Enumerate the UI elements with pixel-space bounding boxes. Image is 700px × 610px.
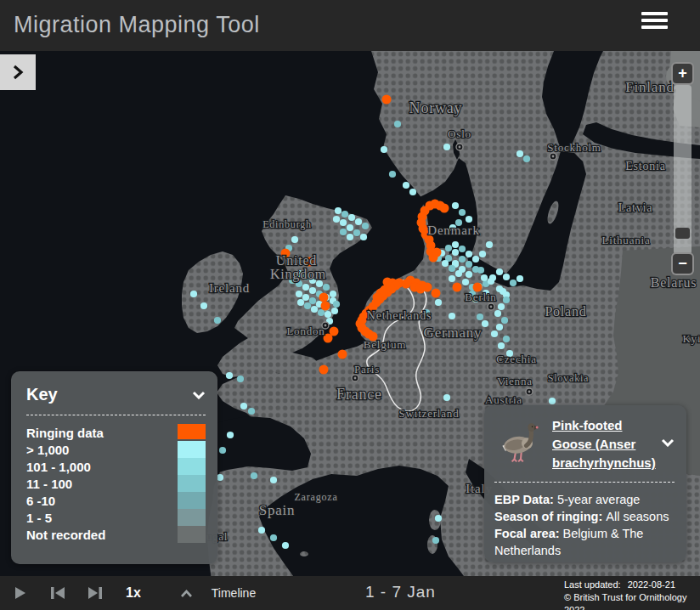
svg-text:Edinburgh: Edinburgh bbox=[262, 218, 312, 230]
svg-text:United: United bbox=[276, 253, 317, 268]
svg-text:Vienna: Vienna bbox=[497, 375, 533, 387]
key-legend-swatch bbox=[178, 458, 206, 475]
svg-text:Berlin: Berlin bbox=[465, 291, 496, 303]
svg-text:France: France bbox=[336, 386, 382, 403]
key-legend-rows: Ringing data> 1,000101 - 1,00011 - 1006 … bbox=[26, 424, 206, 543]
last-updated-label: Last updated: bbox=[564, 579, 621, 590]
key-legend-swatch bbox=[178, 509, 206, 526]
goose-image bbox=[494, 416, 545, 466]
chevron-down-icon[interactable] bbox=[192, 391, 206, 399]
date-range-display: 1 - 7 Jan bbox=[365, 583, 436, 602]
svg-text:Netherlands: Netherlands bbox=[367, 309, 432, 322]
zoom-slider-handle[interactable] bbox=[675, 228, 690, 239]
species-detail-line: Season of ringing: All seasons bbox=[494, 508, 675, 525]
zoom-in-button[interactable]: + bbox=[671, 62, 694, 85]
svg-text:Ireland: Ireland bbox=[209, 281, 250, 295]
svg-text:Spain: Spain bbox=[259, 502, 296, 518]
skip-to-end-button[interactable] bbox=[88, 587, 102, 599]
key-legend-label: 1 - 5 bbox=[26, 511, 178, 525]
key-legend-swatch bbox=[178, 441, 206, 458]
attribution-block: Last updated: 2022-08-21 © British Trust… bbox=[564, 579, 700, 610]
last-updated-value: 2022-08-21 bbox=[628, 579, 675, 590]
timeline-collapse-button[interactable] bbox=[180, 590, 193, 597]
key-legend-label: Not recorded bbox=[26, 528, 178, 542]
svg-text:Kyiv: Kyiv bbox=[682, 332, 700, 345]
key-panel: Key Ringing data> 1,000101 - 1,00011 - 1… bbox=[11, 371, 217, 564]
svg-text:London: London bbox=[286, 325, 325, 337]
key-legend-row: > 1,000 bbox=[26, 441, 206, 458]
key-legend-label: 101 - 1,000 bbox=[26, 460, 178, 474]
svg-text:Poland: Poland bbox=[545, 304, 586, 319]
copyright-text: © British Trust for Ornithology 2022 bbox=[564, 591, 700, 610]
svg-text:Belgium: Belgium bbox=[364, 338, 406, 351]
key-legend-row: 6 -10 bbox=[26, 492, 206, 509]
svg-text:Estonia: Estonia bbox=[625, 160, 666, 172]
key-legend-row: Ringing data bbox=[26, 424, 206, 441]
svg-text:Denmark: Denmark bbox=[427, 223, 479, 237]
svg-text:Oslo: Oslo bbox=[448, 127, 471, 140]
key-legend-swatch bbox=[178, 424, 206, 439]
chevron-down-icon[interactable] bbox=[661, 438, 675, 447]
key-legend-swatch bbox=[178, 475, 206, 492]
key-panel-title: Key bbox=[26, 385, 58, 404]
skip-next-icon bbox=[88, 587, 102, 599]
svg-text:Zaragoza: Zaragoza bbox=[294, 491, 337, 503]
timeline-label: Timeline bbox=[212, 586, 256, 600]
svg-text:Paris: Paris bbox=[354, 363, 380, 376]
svg-text:Austria: Austria bbox=[485, 393, 522, 406]
svg-text:Latvia: Latvia bbox=[618, 201, 653, 214]
svg-text:Czechia: Czechia bbox=[496, 353, 536, 365]
key-legend-row: 11 - 100 bbox=[26, 475, 206, 492]
play-button[interactable] bbox=[14, 587, 25, 599]
species-detail-line: Focal area: Belgium & The Netherlands bbox=[494, 525, 675, 559]
hamburger-menu-icon[interactable] bbox=[641, 12, 668, 32]
species-details: EBP Data: 5-year averageSeason of ringin… bbox=[494, 491, 675, 559]
migration-mapping-tool-window: NorwayFinlandOsloStockholmEstoniaLatviaL… bbox=[0, 0, 700, 610]
key-legend-label: > 1,000 bbox=[26, 443, 178, 457]
key-legend-row: Not recorded bbox=[26, 526, 206, 543]
svg-text:Norway: Norway bbox=[409, 99, 463, 116]
svg-text:Germany: Germany bbox=[424, 325, 483, 341]
svg-text:Switzerland: Switzerland bbox=[399, 407, 460, 420]
sidebar-expand-button[interactable] bbox=[0, 54, 36, 90]
skip-to-start-button[interactable] bbox=[51, 587, 65, 599]
key-legend-label: Ringing data bbox=[26, 426, 178, 440]
divider bbox=[26, 415, 206, 415]
species-panel: Pink-footed Goose (Anser brachyrhynchus)… bbox=[484, 405, 686, 562]
skip-previous-icon bbox=[51, 587, 65, 599]
play-icon bbox=[14, 587, 25, 599]
svg-text:Lithuania: Lithuania bbox=[601, 234, 650, 246]
key-legend-label: 6 -10 bbox=[26, 494, 178, 508]
svg-text:Stockholm: Stockholm bbox=[547, 141, 601, 154]
timeline-bar: 1x Timeline 1 - 7 Jan Last updated: 2022… bbox=[0, 576, 700, 610]
playback-speed-button[interactable]: 1x bbox=[121, 585, 146, 602]
svg-text:Finland: Finland bbox=[625, 79, 675, 95]
key-legend-swatch bbox=[178, 526, 206, 543]
chevron-up-icon bbox=[180, 590, 193, 597]
species-detail-line: EBP Data: 5-year average bbox=[494, 491, 675, 508]
svg-text:Slovakia: Slovakia bbox=[548, 372, 589, 384]
chevron-right-icon bbox=[12, 65, 24, 80]
key-legend-row: 1 - 5 bbox=[26, 509, 206, 526]
species-title-link[interactable]: Pink-footed Goose (Anser brachyrhynchus) bbox=[552, 416, 661, 472]
svg-text:Kingdom: Kingdom bbox=[270, 267, 326, 282]
zoom-out-button[interactable]: − bbox=[671, 252, 694, 275]
app-header: Migration Mapping Tool bbox=[0, 0, 700, 51]
svg-text:Belarus: Belarus bbox=[651, 275, 697, 290]
divider bbox=[494, 482, 675, 483]
key-legend-swatch bbox=[178, 492, 206, 509]
key-legend-row: 101 - 1,000 bbox=[26, 458, 206, 475]
key-legend-label: 11 - 100 bbox=[26, 477, 178, 491]
page-title: Migration Mapping Tool bbox=[14, 12, 260, 38]
